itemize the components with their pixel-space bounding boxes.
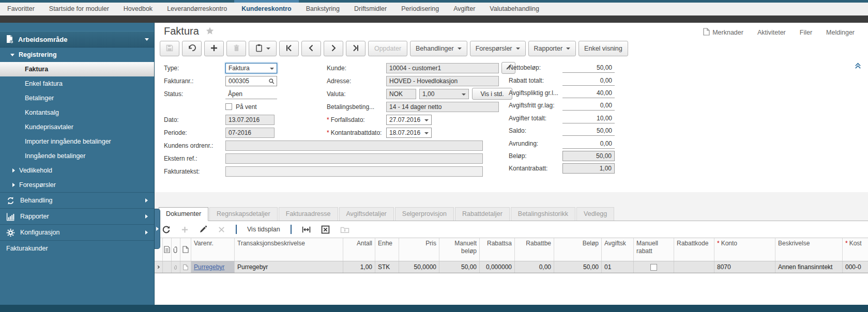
tab-regnskapsdetaljer[interactable]: Regnskapsdetaljer (209, 207, 278, 221)
tab-avgiftsdetaljer[interactable]: Avgiftsdetaljer (339, 207, 394, 221)
save-button[interactable] (160, 41, 179, 56)
cell-manuell-rabatt[interactable] (634, 261, 674, 273)
cell-konto[interactable]: 8070 (714, 261, 775, 273)
cell-kost[interactable]: 000-0 (843, 261, 867, 273)
nav-favoritter[interactable]: Favoritter (0, 0, 42, 15)
nav-hovedbok[interactable]: Hovedbok (116, 0, 160, 15)
kontantrabattdato-input[interactable]: 18.07.2016 (386, 128, 432, 138)
sidebar-group-registrering[interactable]: Registrering (0, 48, 154, 62)
cell-belop[interactable]: 50,00 (554, 261, 602, 273)
go-first-button[interactable] (279, 41, 299, 56)
nav-valutabehandling[interactable]: Valutabehandling (482, 0, 546, 15)
fit-width-icon[interactable] (302, 225, 311, 234)
add-button[interactable] (204, 41, 224, 56)
cell-varenr[interactable]: Purregebyr (191, 261, 235, 273)
sidebar-workspace-header[interactable]: Arbeidsområde (0, 31, 154, 48)
sidebar-item-enkel-faktura[interactable]: Enkel faktura (0, 76, 154, 91)
sidebar-section-konfigurasjon[interactable]: Konfigurasjon (0, 224, 154, 240)
copy-paste-button[interactable] (249, 41, 277, 56)
nav-leverandorreskontro[interactable]: Leverandørreskontro (160, 0, 234, 15)
paperclip-column-icon[interactable] (172, 238, 180, 261)
go-prev-button[interactable] (301, 41, 321, 56)
nav-startside-for-moduler[interactable]: Startside for moduler (42, 0, 116, 15)
delete-row-icon[interactable] (218, 226, 225, 233)
row-file-icon[interactable] (180, 261, 191, 273)
sidebar-section-fakturakunder[interactable]: Fakturakunder (0, 240, 154, 256)
go-last-button[interactable] (346, 41, 366, 56)
tab-rabattdetaljer[interactable]: Rabattdetaljer (455, 207, 510, 221)
nav-kundereskontro[interactable]: Kundereskontro (234, 0, 299, 15)
filer-link[interactable]: Filer (800, 29, 812, 36)
col-avgiftskode[interactable]: Avgiftsk (602, 238, 634, 261)
behandlinger-button[interactable]: Behandlinger (410, 41, 467, 56)
oppdater-button[interactable]: Oppdater (368, 41, 407, 56)
col-pris[interactable]: Pris (399, 238, 439, 261)
collapse-panel-icon[interactable] (854, 62, 862, 72)
tab-selgerprovisjon[interactable]: Selgerprovisjon (395, 207, 454, 221)
tab-vedlegg[interactable]: Vedlegg (576, 207, 614, 221)
chevron-down-icon[interactable] (145, 38, 149, 41)
sidebar-collapse-handle[interactable] (155, 209, 160, 249)
go-next-button[interactable] (324, 41, 343, 56)
sidebar-item-betalinger[interactable]: Betalinger (0, 91, 154, 105)
row-note-cell[interactable] (163, 261, 172, 273)
nav-bankstyring[interactable]: Bankstyring (299, 0, 347, 15)
sidebar-item-kundeprisavtaler[interactable]: Kundeprisavtaler (0, 120, 154, 134)
cell-avgiftskode[interactable]: 01 (602, 261, 634, 273)
enkel-visning-button[interactable]: Enkel visning (578, 41, 628, 56)
sidebar-section-rapporter[interactable]: Rapporter (0, 208, 154, 224)
fakturatekst-input[interactable] (225, 166, 483, 177)
col-transaksjonsbeskrivelse[interactable]: Transaksjonsbeskrivelse (235, 238, 343, 261)
edit-row-icon[interactable] (199, 225, 207, 233)
col-varenr[interactable]: Varenr. (191, 238, 235, 261)
col-antall[interactable]: Antall (343, 238, 375, 261)
rapporter-button[interactable]: Rapporter (528, 41, 576, 56)
sidebar-item-faktura[interactable]: Faktura (0, 62, 154, 76)
col-enhe[interactable]: Enhe (375, 238, 399, 261)
nav-driftsmidler[interactable]: Driftsmidler (347, 0, 394, 15)
sidebar-item-importer-inngaende-betalinger[interactable]: Importer inngående betalinger (0, 134, 154, 149)
col-rabattbelop[interactable]: Rabattbe (515, 238, 554, 261)
tab-fakturaadresse[interactable]: Fakturaadresse (279, 207, 338, 221)
type-combo[interactable]: Faktura (225, 63, 277, 73)
pa-vent-checkbox[interactable] (225, 103, 232, 110)
export-excel-icon[interactable] (321, 225, 330, 234)
tab-dokumenter[interactable]: Dokumenter (159, 207, 208, 221)
vis-i-std-button[interactable]: Vis i std. (472, 88, 512, 100)
tab-betalingshistorikk[interactable]: Betalingshistorikk (511, 207, 575, 221)
notes-column-icon[interactable] (163, 238, 172, 261)
col-kost[interactable]: *Kost (843, 238, 867, 261)
vis-tidsplan-button[interactable]: Vis tidsplan (247, 226, 280, 233)
upload-icon[interactable] (340, 225, 349, 233)
cell-manuelt-belop[interactable]: 50,00 (439, 261, 480, 273)
cell-enhe[interactable]: STK (375, 261, 399, 273)
cell-transaksjonsbeskrivelse[interactable]: Purregebyr (235, 261, 343, 273)
valuta-rate-combo[interactable]: 1,00 (419, 89, 469, 99)
row-paperclip-icon[interactable] (172, 261, 180, 273)
col-konto[interactable]: *Konto (714, 238, 775, 261)
sidebar-item-inngaende-betalinger[interactable]: Inngående betalinger (0, 149, 154, 163)
cell-rabattsats[interactable]: 0,000000 (480, 261, 515, 273)
cell-beskrivelse[interactable]: Annen finansinntekt (775, 261, 843, 273)
cell-antall[interactable]: 1,00 (343, 261, 375, 273)
sidebar-group-vedlikehold[interactable]: Vedlikehold (0, 163, 154, 178)
row-expander[interactable] (155, 261, 163, 273)
cell-pris[interactable]: 50,0000 (399, 261, 439, 273)
undo-button[interactable] (182, 41, 202, 56)
search-icon[interactable] (268, 78, 275, 86)
sidebar-item-kontantsalg[interactable]: Kontantsalg (0, 105, 154, 120)
col-belop[interactable]: Beløp (554, 238, 602, 261)
aktiviteter-link[interactable]: Aktiviteter (757, 29, 786, 36)
forfallsdato-input[interactable]: 27.07.2016 (386, 115, 432, 125)
merknader-link[interactable]: Merknader (703, 28, 743, 37)
varenr-link[interactable]: Purregebyr (194, 263, 224, 271)
sidebar-group-foresporsler[interactable]: Forespørsler (0, 178, 154, 192)
fakturanr-input[interactable]: 000305 (225, 76, 277, 86)
col-manuell-rabatt[interactable]: Manuell rabatt (634, 238, 674, 261)
cell-rabattbelop[interactable]: 0,00 (515, 261, 554, 273)
col-manuelt-belop[interactable]: Manuelt beløp (439, 238, 480, 261)
col-beskrivelse[interactable]: Beskrivelse (775, 238, 843, 261)
table-row[interactable]: Purregebyr Purregebyr 1,00 STK 50,0000 5… (155, 261, 868, 273)
meldinger-link[interactable]: Meldinger (826, 29, 855, 36)
add-row-icon[interactable] (181, 226, 189, 233)
